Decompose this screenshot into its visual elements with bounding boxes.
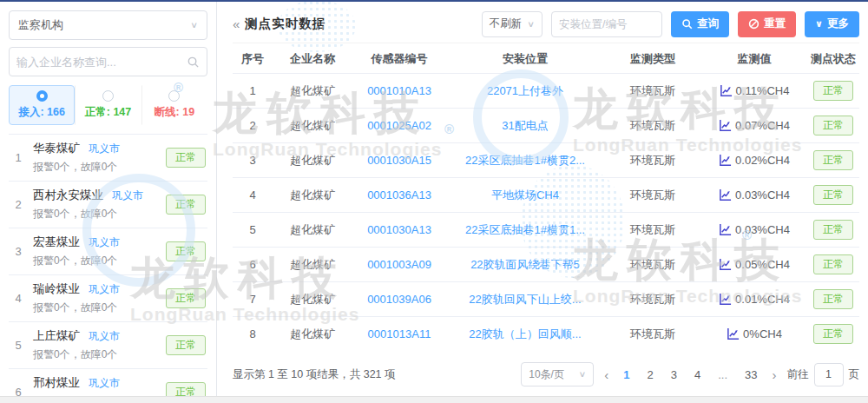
stat-connected-label: 接入: [18,106,43,118]
col-header-value: 监测值 [701,51,807,67]
cell-location-link[interactable]: 22胶轨面风绕巷下帮5 [446,257,604,273]
company-index: 4 [9,292,28,305]
cell-sensor-link[interactable]: 0001013A11 [352,327,446,340]
radio-selected-icon [36,90,48,102]
trend-chart-icon[interactable] [719,119,732,132]
goto-page-input[interactable] [814,363,844,386]
company-index: 2 [9,198,28,211]
page-number-4[interactable]: 4 [690,368,705,381]
chevron-down-icon: ∨ [527,19,535,29]
table-row[interactable]: 5 超化煤矿 0001030A13 22采区底抽巷1#横贯1... 环境瓦斯 0… [233,212,859,247]
page-title: 测点实时数据 [245,16,326,32]
table-row[interactable]: 4 超化煤矿 0001036A13 平地煤场CH4 环境瓦斯 0.03%CH4 … [233,177,859,212]
cell-no: 5 [233,223,273,236]
cell-location-link[interactable]: 22胶轨回风下山上绞... [446,292,604,307]
cell-location-link[interactable]: 22采区底抽巷1#横贯1... [446,222,604,238]
cell-sensor-link[interactable]: 0001030A15 [352,154,446,167]
radio-icon [168,90,180,102]
chevron-down-icon: ∨ [815,18,823,30]
company-city-tag: 巩义市 [112,188,143,203]
cell-location-link[interactable]: 平地煤场CH4 [446,188,604,203]
stat-connected[interactable]: 接入: 166 [9,85,75,125]
stat-offline[interactable]: 断线: 19 [141,85,207,125]
cell-no: 4 [233,188,273,202]
company-search-box[interactable] [9,47,207,76]
prev-page-arrow[interactable]: ‹ [602,367,610,382]
cell-type: 环境瓦斯 [604,292,701,307]
company-list-item[interactable]: 2 西村永安煤业 巩义市 报警0个，故障0个 正常 [9,181,207,228]
col-header-sensor: 传感器编号 [352,51,446,67]
cell-company: 超化煤矿 [273,188,352,203]
company-list-item[interactable]: 3 宏基煤业 巩义市 报警0个，故障0个 正常 [9,228,207,274]
trend-chart-icon[interactable] [719,154,732,167]
window-bottom-bar [0,396,868,403]
next-page-arrow[interactable]: › [771,367,779,382]
query-button[interactable]: 查询 [671,11,729,37]
company-list-item[interactable]: 5 上庄煤矿 巩义市 报警0个，故障0个 正常 [9,321,207,368]
page-number-2[interactable]: 2 [642,368,657,381]
cell-sensor-link[interactable]: 0001010A13 [352,84,446,97]
cell-sensor-link[interactable]: 0001039A06 [352,293,446,306]
query-button-label: 查询 [697,17,719,31]
refresh-interval-select[interactable]: 不刷新 ∨ [482,11,542,37]
collapse-sidebar-icon[interactable]: « [233,17,240,31]
table-row[interactable]: 3 超化煤矿 0001030A15 22采区底抽巷1#横贯2... 环境瓦斯 0… [233,142,859,177]
trend-chart-icon[interactable] [720,84,733,97]
cell-type: 环境瓦斯 [604,222,701,238]
page-number-3[interactable]: 3 [667,368,681,381]
search-icon[interactable] [187,56,200,69]
cell-sensor-link[interactable]: 0001036A13 [352,188,446,202]
cell-location-link[interactable]: 22胶轨（上）回风顺... [446,327,604,342]
cell-sensor-link[interactable]: 0001025A02 [352,119,446,132]
org-select[interactable]: 监察机构 ∨ [9,10,207,40]
company-name: 西村永安煤业 [33,188,103,203]
pagination: 10条/页 ∨ ‹ 1 2 3 4 ... 33 › 前往 页 [521,362,859,386]
col-header-location: 安装位置 [446,51,604,67]
company-subtext: 报警0个，故障0个 [33,347,166,362]
goto-unit: 页 [849,367,860,382]
cell-sensor-link[interactable]: 0001030A13 [352,223,446,236]
company-city-tag: 巩义市 [89,142,120,156]
cell-company: 超化煤矿 [273,327,352,342]
cell-sensor-link[interactable]: 0001003A09 [352,258,446,271]
reset-button[interactable]: 重置 [738,11,796,37]
results-summary: 显示第 1 至 10 项结果，共 321 项 [233,367,396,382]
table-row[interactable]: 2 超化煤矿 0001025A02 31配电点 环境瓦斯 0.07%CH4 正常 [233,108,859,142]
cell-location-link[interactable]: 22071上付巷外 [446,83,604,99]
page-size-select[interactable]: 10条/页 ∨ [521,362,594,386]
page-size-value: 10条/页 [529,367,564,382]
more-button[interactable]: ∨ 更多 [805,11,859,37]
point-status-badge: 正常 [813,254,853,274]
cell-type: 环境瓦斯 [604,153,701,168]
company-index: 5 [9,339,28,352]
cell-value: 0.05%CH4 [735,258,790,271]
trend-chart-icon[interactable] [727,327,740,340]
trend-chart-icon[interactable] [719,293,732,306]
company-list-item[interactable]: 4 瑞岭煤业 巩义市 报警0个，故障0个 正常 [9,274,207,321]
cell-location-link[interactable]: 31配电点 [446,118,604,134]
table-row[interactable]: 8 超化煤矿 0001013A11 22胶轨（上）回风顺... 环境瓦斯 0%C… [233,316,859,351]
company-list-item[interactable]: 1 华泰煤矿 巩义市 报警0个，故障0个 正常 [9,134,207,181]
stat-normal-value: 147 [113,106,131,118]
cell-location-link[interactable]: 22采区底抽巷1#横贯2... [446,153,604,168]
location-search-input[interactable] [551,11,662,37]
company-city-tag: 巩义市 [89,329,120,344]
trend-chart-icon[interactable] [719,258,732,271]
company-search-input[interactable] [16,56,187,69]
table-row[interactable]: 7 超化煤矿 0001039A06 22胶轨回风下山上绞... 环境瓦斯 0.0… [233,281,859,316]
table-row[interactable]: 6 超化煤矿 0001003A09 22胶轨面风绕巷下帮5 环境瓦斯 0.05%… [233,247,859,281]
page-number-1[interactable]: 1 [619,368,634,381]
page-number-last[interactable]: 33 [740,368,761,381]
reset-button-label: 重置 [764,17,786,31]
stat-normal[interactable]: 正常: 147 [75,85,141,125]
company-subtext: 报警0个，故障0个 [33,254,166,268]
cell-value: 0.07%CH4 [735,119,790,132]
cell-company: 超化煤矿 [273,222,352,238]
trend-chart-icon[interactable] [719,188,732,202]
point-status-badge: 正常 [813,324,853,344]
trend-chart-icon[interactable] [719,223,732,236]
cell-no: 2 [233,119,273,132]
stat-offline-value: 19 [182,106,194,118]
stat-normal-label: 正常: [85,106,110,118]
table-row[interactable]: 1 超化煤矿 0001010A13 22071上付巷外 环境瓦斯 0.11%CH… [233,73,859,108]
